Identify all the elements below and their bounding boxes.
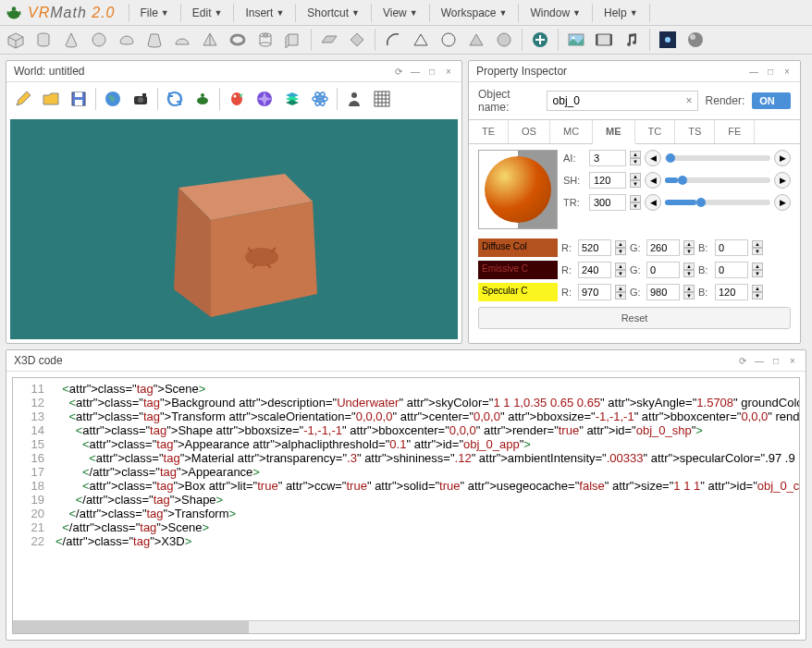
movie-icon[interactable] [592, 28, 616, 52]
triangle-outline-icon[interactable] [409, 28, 433, 52]
sh-slider-dec[interactable]: ◀ [645, 172, 661, 189]
ai-up-icon[interactable]: ▲ [630, 151, 641, 158]
emissive-r[interactable] [578, 262, 611, 278]
pencil-icon[interactable] [10, 86, 36, 112]
diffuse-r[interactable] [578, 239, 611, 256]
material-sphere-icon[interactable] [683, 28, 707, 52]
ai-slider[interactable] [665, 155, 770, 161]
tr-slider[interactable] [665, 200, 770, 205]
save-icon[interactable] [66, 86, 92, 112]
triangle-fill-icon[interactable] [464, 28, 488, 52]
minimize-icon[interactable]: — [748, 66, 759, 77]
tab-fe[interactable]: FE [715, 120, 755, 143]
close-icon[interactable]: × [781, 66, 793, 77]
maximize-icon[interactable]: □ [770, 355, 781, 366]
menu-help[interactable]: Help ▼ [595, 3, 647, 23]
arc-icon[interactable] [381, 28, 405, 52]
diffuse-b[interactable] [715, 239, 748, 256]
cone2-icon[interactable] [142, 28, 166, 52]
plane-icon[interactable] [317, 28, 341, 52]
maximize-icon[interactable]: □ [765, 66, 776, 77]
box-icon[interactable] [4, 28, 28, 52]
diffuse-g[interactable] [646, 239, 680, 256]
sh-down-icon[interactable]: ▼ [630, 180, 641, 188]
cylinder-icon[interactable] [31, 28, 55, 52]
torus-icon[interactable] [226, 28, 250, 52]
render-toggle[interactable]: ON [752, 92, 791, 109]
specular-b[interactable] [715, 284, 748, 300]
ai-slider-inc[interactable]: ▶ [774, 150, 791, 166]
ai-down-icon[interactable]: ▼ [630, 158, 641, 165]
menu-edit[interactable]: Edit ▼ [183, 3, 232, 23]
clear-input-icon[interactable]: × [686, 94, 693, 107]
specular-g[interactable] [646, 284, 680, 300]
menu-file[interactable]: File ▼ [131, 3, 178, 23]
emissive-g[interactable] [646, 262, 680, 278]
tab-te[interactable]: TE [469, 120, 509, 143]
person-icon[interactable] [341, 86, 367, 112]
close-icon[interactable]: × [787, 355, 798, 366]
circle-outline-icon[interactable] [437, 28, 461, 52]
tr-input[interactable] [589, 194, 626, 211]
circle-fill-icon[interactable] [492, 28, 516, 52]
camera-icon[interactable] [128, 86, 154, 112]
close-icon[interactable]: × [443, 66, 454, 77]
3d-viewport[interactable] [10, 119, 458, 339]
emissive-b[interactable] [715, 262, 748, 278]
cone-icon[interactable] [59, 28, 83, 52]
menu-shortcut[interactable]: Shortcut ▼ [298, 3, 369, 23]
globe-add-icon[interactable] [528, 28, 552, 52]
tab-ts[interactable]: TS [675, 120, 715, 143]
prism-icon[interactable] [281, 28, 305, 52]
light-icon[interactable] [656, 28, 680, 52]
tr-down-icon[interactable]: ▼ [630, 202, 641, 210]
maximize-icon[interactable]: □ [426, 66, 437, 77]
tab-mc[interactable]: MC [550, 120, 593, 143]
menu-view[interactable]: View ▼ [374, 3, 427, 23]
tr-up-icon[interactable]: ▲ [630, 195, 641, 202]
wedge-icon[interactable] [170, 28, 194, 52]
layers-icon[interactable] [279, 86, 305, 112]
parrot-icon[interactable] [224, 86, 250, 112]
menu-window[interactable]: Window ▼ [521, 3, 590, 23]
minimize-icon[interactable]: — [754, 355, 765, 366]
earth-icon[interactable] [100, 86, 126, 112]
code-editor[interactable]: 11 <attr">class="tag">Scene>12 <attr">cl… [13, 378, 799, 620]
diamond-icon[interactable] [345, 28, 369, 52]
hemisphere-icon[interactable] [115, 28, 139, 52]
tab-os[interactable]: OS [509, 120, 550, 143]
ai-input[interactable] [589, 150, 626, 166]
ai-slider-dec[interactable]: ◀ [645, 150, 661, 166]
tube-icon[interactable] [253, 28, 277, 52]
sphere-icon[interactable] [87, 28, 111, 52]
specular-swatch[interactable]: Specular C [478, 283, 558, 301]
pyramid-icon[interactable] [198, 28, 222, 52]
atom-icon[interactable] [307, 86, 333, 112]
diffuse-swatch[interactable]: Diffuse Col [478, 238, 558, 257]
tab-me[interactable]: ME [593, 120, 635, 144]
sh-slider[interactable] [665, 177, 770, 183]
grid-icon[interactable] [369, 86, 395, 112]
minimize-icon[interactable]: — [410, 66, 421, 77]
reset-button[interactable]: Reset [478, 307, 791, 329]
sh-up-icon[interactable]: ▲ [630, 173, 641, 180]
menu-workspace[interactable]: Workspace ▼ [432, 3, 517, 23]
refresh-icon[interactable]: ⟳ [737, 355, 748, 366]
tr-slider-dec[interactable]: ◀ [645, 194, 661, 211]
sh-input[interactable] [589, 172, 626, 189]
star-burst-icon[interactable] [252, 86, 277, 112]
image-icon[interactable] [564, 28, 588, 52]
music-icon[interactable] [620, 28, 644, 52]
emissive-swatch[interactable]: Emissive C [478, 261, 558, 279]
turtle-tool-icon[interactable] [190, 86, 215, 112]
horizontal-scrollbar[interactable] [13, 620, 799, 633]
specular-r[interactable] [578, 284, 611, 300]
object-name-input[interactable] [547, 91, 698, 111]
menu-insert[interactable]: Insert ▼ [236, 3, 293, 23]
sync-icon[interactable] [162, 86, 188, 112]
sh-slider-inc[interactable]: ▶ [774, 172, 791, 189]
folder-icon[interactable] [38, 86, 64, 112]
tr-slider-inc[interactable]: ▶ [774, 194, 791, 211]
tab-tc[interactable]: TC [635, 120, 676, 143]
refresh-icon[interactable]: ⟳ [393, 66, 404, 77]
